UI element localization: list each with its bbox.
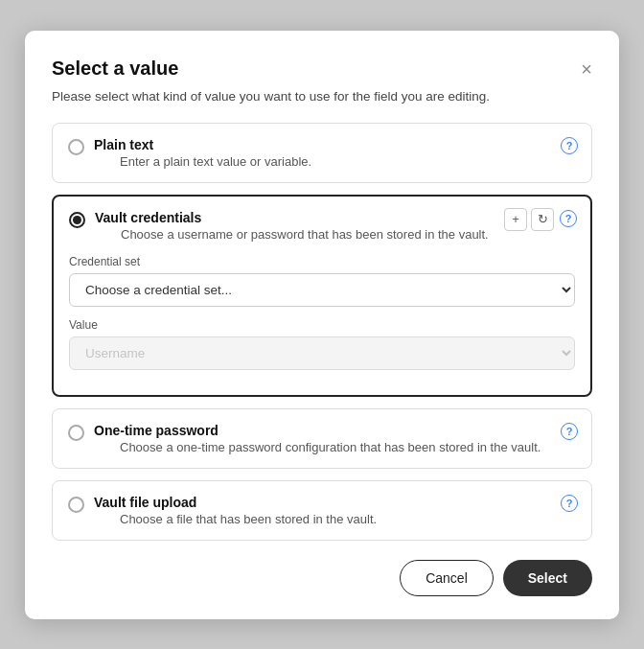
select-button[interactable]: Select (503, 560, 592, 596)
option-vault-credentials-desc: Choose a username or password that has b… (121, 227, 489, 242)
close-button[interactable]: × (581, 59, 592, 79)
plain-text-help-icon[interactable]: ? (561, 137, 578, 154)
option-otp-header: One-time password Choose a one-time pass… (68, 423, 576, 454)
option-vault-credentials-title: Vault credentials (95, 210, 489, 225)
radio-one-time-password[interactable] (68, 425, 84, 441)
option-vault-credentials[interactable]: Vault credentials Choose a username or p… (52, 195, 592, 397)
value-label: Value (69, 318, 575, 332)
option-one-time-password[interactable]: One-time password Choose a one-time pass… (52, 408, 592, 469)
option-otp-desc: Choose a one-time password configuration… (120, 440, 540, 454)
option-vault-file-upload[interactable]: Vault file upload Choose a file that has… (52, 480, 592, 541)
vault-actions: + ↻ (504, 208, 554, 231)
modal-dialog: Select a value × Please select what kind… (25, 31, 619, 619)
option-plain-text[interactable]: Plain text Enter a plain text value or v… (52, 123, 592, 183)
cancel-button[interactable]: Cancel (400, 560, 494, 596)
radio-plain-text[interactable] (68, 139, 84, 155)
option-vault-file-title: Vault file upload (94, 495, 377, 510)
option-otp-title: One-time password (94, 423, 540, 438)
radio-vault-credentials[interactable] (69, 212, 85, 228)
option-plain-text-title: Plain text (94, 137, 311, 152)
option-plain-text-desc: Enter a plain text value or variable. (120, 154, 311, 169)
credential-set-select[interactable]: Choose a credential set... (69, 273, 575, 307)
option-plain-text-header: Plain text Enter a plain text value or v… (68, 137, 576, 169)
vault-add-button[interactable]: + (504, 208, 527, 231)
radio-vault-file-upload[interactable] (68, 497, 84, 513)
modal-footer: Cancel Select (52, 560, 592, 596)
modal-overlay: Select a value × Please select what kind… (0, 0, 644, 649)
modal-header: Select a value × (52, 58, 592, 80)
vault-refresh-button[interactable]: ↻ (531, 208, 554, 231)
option-vault-file-header: Vault file upload Choose a file that has… (68, 495, 576, 526)
credential-set-label: Credential set (69, 255, 575, 268)
modal-title: Select a value (52, 58, 178, 80)
modal-subtitle: Please select what kind of value you wan… (52, 89, 592, 104)
otp-help-icon[interactable]: ? (561, 423, 578, 440)
credential-fields: Credential set Choose a credential set..… (69, 255, 575, 382)
vault-file-help-icon[interactable]: ? (561, 495, 578, 512)
option-vault-credentials-header: Vault credentials Choose a username or p… (69, 210, 575, 242)
value-select[interactable]: Username (69, 336, 575, 370)
option-vault-file-desc: Choose a file that has been stored in th… (120, 512, 377, 526)
vault-credentials-help-icon[interactable]: ? (560, 210, 577, 227)
